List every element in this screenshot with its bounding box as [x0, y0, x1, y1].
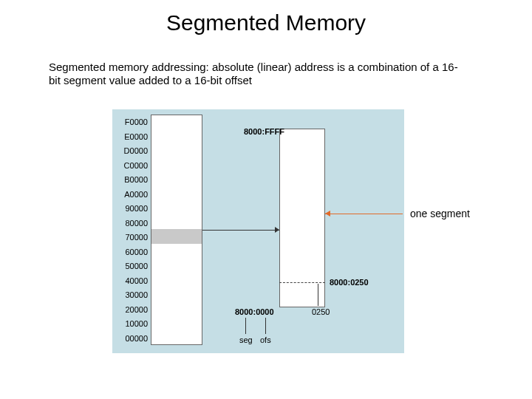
- address-value: F0000: [118, 115, 149, 130]
- connector-line: [202, 230, 279, 231]
- subtitle-text: Segmented memory addressing: absolute (l…: [49, 61, 463, 87]
- seg-tick: [245, 318, 246, 334]
- ofs-tick: [265, 318, 266, 334]
- address-value: 60000: [118, 245, 149, 260]
- callout-label: one segment: [410, 208, 470, 219]
- address-value: E0000: [118, 130, 149, 145]
- offset-divider-line: [279, 282, 325, 283]
- offset-tick: [318, 284, 318, 306]
- address-value: 50000: [118, 259, 149, 274]
- address-value: B0000: [118, 173, 149, 188]
- address-value: A0000: [118, 188, 149, 202]
- address-value: 80000: [118, 216, 149, 231]
- callout-arrow-line: [325, 214, 403, 214]
- page-title: Segmented Memory: [0, 10, 532, 35]
- address-value: D0000: [118, 144, 149, 159]
- address-value: 90000: [118, 202, 149, 216]
- address-value: 10000: [118, 317, 149, 332]
- segment-detail-box: [279, 129, 325, 307]
- address-value: 00000: [118, 332, 149, 347]
- segment-top-label: 8000:FFFF: [244, 127, 284, 136]
- segment-mid-label: 8000:0250: [330, 278, 369, 287]
- seg-label: seg: [239, 335, 253, 344]
- address-value: 40000: [118, 274, 149, 289]
- address-value: C0000: [118, 159, 149, 174]
- address-value: 70000: [118, 231, 149, 245]
- address-column: F0000 E0000 D0000 C0000 B0000 A0000 9000…: [118, 115, 149, 346]
- callout-arrowhead-icon: [325, 211, 330, 216]
- address-value: 20000: [118, 303, 149, 318]
- offset-value-label: 0250: [312, 307, 330, 316]
- address-value: 30000: [118, 288, 149, 303]
- segment-bottom-label: 8000:0000: [235, 307, 274, 316]
- ofs-label: ofs: [260, 335, 271, 344]
- segment-location-band: [151, 229, 202, 244]
